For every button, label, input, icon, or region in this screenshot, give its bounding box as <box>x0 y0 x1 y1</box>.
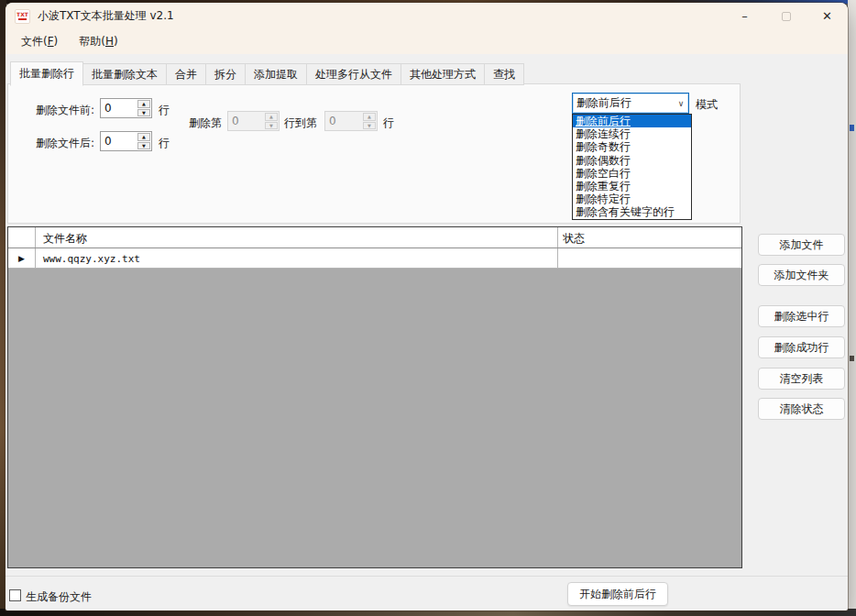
caption-buttons: – ✕ <box>724 3 848 29</box>
tab-find[interactable]: 查找 <box>485 63 524 85</box>
file-table: 文件名称 状态 ▶ www.qqzy.xyz.txt <box>7 226 742 568</box>
clear-status-button[interactable]: 清除状态 <box>758 398 845 420</box>
maximize-button[interactable] <box>765 3 807 29</box>
delete-after-unit: 行 <box>159 136 170 151</box>
status-cell[interactable] <box>558 248 741 268</box>
app-icon-text: TXT <box>16 12 29 17</box>
tab-batch-delete-text[interactable]: 批量删除文本 <box>83 63 167 85</box>
current-row-indicator-icon: ▶ <box>18 254 25 263</box>
range-to-value: 0 <box>325 112 362 130</box>
range-middle-label: 行到第 <box>284 116 317 131</box>
tab-merge[interactable]: 合并 <box>167 63 206 85</box>
tab-other-methods[interactable]: 其他处理方式 <box>401 63 485 85</box>
delete-success-rows-button[interactable]: 删除成功行 <box>758 336 845 358</box>
mode-option[interactable]: 删除前后行 <box>573 115 691 127</box>
background-window-fragment <box>850 356 854 361</box>
range-from-spinner: 0 ▲ ▼ <box>227 111 280 131</box>
tab-strip: 批量删除行 批量删除文本 合并 拆分 添加提取 处理多行从文件 其他处理方式 查… <box>10 61 524 85</box>
menu-help[interactable]: 帮助(H) <box>71 30 126 53</box>
delete-after-value[interactable]: 0 <box>101 132 137 150</box>
close-button[interactable]: ✕ <box>807 3 848 29</box>
tab-add-extract[interactable]: 添加提取 <box>246 63 307 85</box>
minimize-button[interactable]: – <box>724 3 765 29</box>
mode-label: 模式 <box>696 97 718 113</box>
table-row[interactable]: ▶ www.qqzy.xyz.txt <box>8 248 741 269</box>
mode-option[interactable]: 删除偶数行 <box>573 154 691 167</box>
app-icon: TXT <box>15 9 30 24</box>
backup-checkbox-label[interactable]: 生成备份文件 <box>26 589 92 605</box>
column-header-status[interactable]: 状态 <box>558 227 741 248</box>
spin-down-icon[interactable]: ▼ <box>137 142 150 150</box>
desktop-edge-right <box>848 0 856 616</box>
tab-process-multiline[interactable]: 处理多行从文件 <box>307 63 401 85</box>
add-file-button[interactable]: 添加文件 <box>758 234 845 256</box>
menubar: 文件(F) 帮助(H) <box>5 29 848 54</box>
file-table-header: 文件名称 状态 <box>8 227 741 248</box>
maximize-icon <box>782 12 791 21</box>
delete-before-spinner[interactable]: 0 ▲ ▼ <box>100 98 152 118</box>
mode-option[interactable]: 删除重复行 <box>573 180 691 192</box>
chevron-down-icon[interactable]: ∨ <box>674 99 688 108</box>
range-unit: 行 <box>383 116 394 131</box>
delete-after-spinner[interactable]: 0 ▲ ▼ <box>100 131 152 151</box>
mode-option[interactable]: 删除奇数行 <box>573 140 691 153</box>
spin-up-icon[interactable]: ▲ <box>137 133 150 141</box>
spin-up-icon: ▲ <box>265 113 278 121</box>
spin-up-icon[interactable]: ▲ <box>137 100 150 108</box>
tab-split[interactable]: 拆分 <box>206 63 246 85</box>
range-from-value: 0 <box>228 112 264 130</box>
delete-selected-rows-button[interactable]: 删除选中行 <box>758 305 845 327</box>
screen: TXT 小波TXT文本批量处理 v2.1 – ✕ 文件(F) 帮助(H) 批量删… <box>0 0 856 616</box>
footer-divider <box>5 576 848 577</box>
filename-cell[interactable]: www.qqzy.xyz.txt <box>36 248 558 268</box>
window-title: 小波TXT文本批量处理 v2.1 <box>38 8 174 24</box>
mode-option[interactable]: 删除空白行 <box>573 167 691 180</box>
delete-before-label: 删除文件前: <box>36 103 94 118</box>
tab-batch-delete-lines[interactable]: 批量删除行 <box>10 61 83 86</box>
mode-selected-value: 删除前后行 <box>573 95 674 111</box>
add-folder-button[interactable]: 添加文件夹 <box>758 264 845 286</box>
background-window-fragment <box>850 125 854 131</box>
range-to-spinner: 0 ▲ ▼ <box>324 111 378 131</box>
column-header-filename[interactable]: 文件名称 <box>36 227 558 248</box>
mode-combobox[interactable]: 删除前后行 ∨ <box>572 93 689 114</box>
table-corner-cell[interactable] <box>8 227 36 248</box>
app-window: TXT 小波TXT文本批量处理 v2.1 – ✕ 文件(F) 帮助(H) 批量删… <box>5 3 848 610</box>
mode-option[interactable]: 删除含有关键字的行 <box>573 205 691 218</box>
delete-after-label: 删除文件后: <box>36 136 94 151</box>
spin-up-icon: ▲ <box>363 113 376 121</box>
tab-page-batch-delete-lines: 删除文件前: 0 ▲ ▼ 行 删除文件后: 0 ▲ ▼ 行 删除第 0 <box>7 83 741 224</box>
mode-option[interactable]: 删除特定行 <box>573 192 691 205</box>
delete-before-unit: 行 <box>159 103 170 118</box>
backup-checkbox[interactable] <box>9 589 21 601</box>
spin-down-icon[interactable]: ▼ <box>137 109 150 117</box>
spin-down-icon: ▼ <box>265 122 278 130</box>
titlebar: TXT 小波TXT文本批量处理 v2.1 – ✕ <box>5 3 848 29</box>
clear-list-button[interactable]: 清空列表 <box>758 368 845 390</box>
app-icon-bar <box>18 18 27 20</box>
delete-before-value[interactable]: 0 <box>101 99 137 117</box>
range-prefix-label: 删除第 <box>189 116 222 131</box>
mode-dropdown-list: 删除前后行 删除连续行 删除奇数行 删除偶数行 删除空白行 删除重复行 删除特定… <box>572 114 692 220</box>
spin-down-icon: ▼ <box>363 122 376 130</box>
mode-option[interactable]: 删除连续行 <box>573 127 691 140</box>
menu-file[interactable]: 文件(F) <box>13 30 66 53</box>
row-header-cell[interactable]: ▶ <box>8 248 36 268</box>
start-delete-button[interactable]: 开始删除前后行 <box>567 582 668 606</box>
